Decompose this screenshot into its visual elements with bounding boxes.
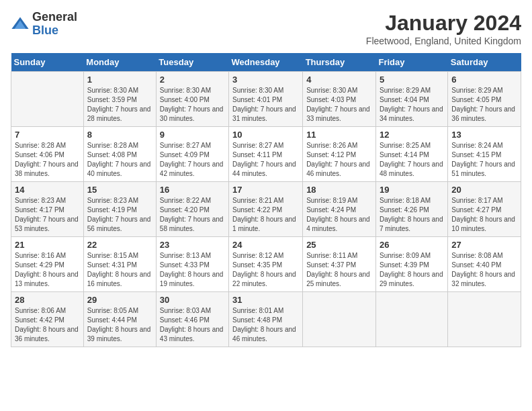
day-number: 22: [87, 240, 152, 250]
day-info: Sunrise: 8:30 AMSunset: 4:01 PMDaylight:…: [232, 86, 299, 124]
day-number: 16: [160, 185, 225, 195]
day-number: 5: [380, 75, 444, 85]
calendar-cell: 21Sunrise: 8:16 AMSunset: 4:29 PMDayligh…: [11, 237, 84, 292]
day-info: Sunrise: 8:27 AMSunset: 4:11 PMDaylight:…: [232, 141, 299, 179]
day-number: 25: [306, 240, 372, 250]
day-number: 15: [87, 185, 152, 195]
day-info: Sunrise: 8:29 AMSunset: 4:05 PMDaylight:…: [451, 86, 517, 124]
calendar-cell: 3Sunrise: 8:30 AMSunset: 4:01 PMDaylight…: [229, 72, 303, 127]
week-row-1: 1Sunrise: 8:30 AMSunset: 3:59 PMDaylight…: [11, 72, 521, 127]
calendar-cell: 30Sunrise: 8:03 AMSunset: 4:46 PMDayligh…: [156, 292, 228, 347]
calendar-cell: [11, 72, 84, 127]
day-info: Sunrise: 8:11 AMSunset: 4:37 PMDaylight:…: [306, 251, 372, 289]
calendar-cell: 27Sunrise: 8:08 AMSunset: 4:40 PMDayligh…: [448, 237, 521, 292]
week-row-4: 21Sunrise: 8:16 AMSunset: 4:29 PMDayligh…: [11, 237, 521, 292]
day-info: Sunrise: 8:29 AMSunset: 4:04 PMDaylight:…: [380, 86, 444, 124]
calendar-cell: 1Sunrise: 8:30 AMSunset: 3:59 PMDaylight…: [83, 72, 156, 127]
day-info: Sunrise: 8:26 AMSunset: 4:12 PMDaylight:…: [306, 141, 372, 179]
day-info: Sunrise: 8:27 AMSunset: 4:09 PMDaylight:…: [160, 141, 225, 179]
day-number: 27: [451, 240, 517, 250]
day-info: Sunrise: 8:30 AMSunset: 4:03 PMDaylight:…: [306, 86, 372, 124]
calendar-cell: [375, 292, 447, 347]
logo-text: General Blue: [32, 11, 77, 38]
calendar-cell: 20Sunrise: 8:17 AMSunset: 4:27 PMDayligh…: [448, 182, 521, 237]
calendar-cell: 23Sunrise: 8:13 AMSunset: 4:33 PMDayligh…: [156, 237, 228, 292]
logo-general: General: [32, 11, 77, 24]
day-number: 7: [15, 130, 80, 140]
day-info: Sunrise: 8:12 AMSunset: 4:35 PMDaylight:…: [232, 251, 299, 289]
header-day-tuesday: Tuesday: [156, 53, 228, 72]
logo-blue: Blue: [32, 24, 77, 38]
day-info: Sunrise: 8:25 AMSunset: 4:14 PMDaylight:…: [380, 141, 444, 179]
day-number: 28: [15, 295, 80, 305]
day-info: Sunrise: 8:01 AMSunset: 4:48 PMDaylight:…: [232, 306, 299, 344]
calendar-cell: 28Sunrise: 8:06 AMSunset: 4:42 PMDayligh…: [11, 292, 84, 347]
day-info: Sunrise: 8:17 AMSunset: 4:27 PMDaylight:…: [451, 196, 517, 234]
calendar-cell: 12Sunrise: 8:25 AMSunset: 4:14 PMDayligh…: [375, 127, 447, 182]
day-number: 21: [15, 240, 80, 250]
calendar-cell: 9Sunrise: 8:27 AMSunset: 4:09 PMDaylight…: [156, 127, 228, 182]
calendar-cell: 16Sunrise: 8:22 AMSunset: 4:20 PMDayligh…: [156, 182, 228, 237]
title-area: January 2024 Fleetwood, England, United …: [366, 11, 521, 46]
day-info: Sunrise: 8:24 AMSunset: 4:15 PMDaylight:…: [451, 141, 517, 179]
day-number: 11: [306, 130, 372, 140]
calendar-cell: 22Sunrise: 8:15 AMSunset: 4:31 PMDayligh…: [83, 237, 156, 292]
day-number: 23: [160, 240, 225, 250]
header-area: General Blue January 2024 Fleetwood, Eng…: [11, 11, 521, 46]
week-row-2: 7Sunrise: 8:28 AMSunset: 4:06 PMDaylight…: [11, 127, 521, 182]
calendar-cell: 13Sunrise: 8:24 AMSunset: 4:15 PMDayligh…: [448, 127, 521, 182]
calendar-subtitle: Fleetwood, England, United Kingdom: [366, 36, 521, 46]
day-number: 8: [87, 130, 152, 140]
calendar-cell: 15Sunrise: 8:23 AMSunset: 4:19 PMDayligh…: [83, 182, 156, 237]
week-row-5: 28Sunrise: 8:06 AMSunset: 4:42 PMDayligh…: [11, 292, 521, 347]
header-day-monday: Monday: [83, 53, 156, 72]
day-number: 10: [232, 130, 299, 140]
day-number: 6: [451, 75, 517, 85]
day-number: 20: [451, 185, 517, 195]
day-info: Sunrise: 8:30 AMSunset: 4:00 PMDaylight:…: [160, 86, 225, 124]
day-number: 13: [451, 130, 517, 140]
day-info: Sunrise: 8:18 AMSunset: 4:26 PMDaylight:…: [380, 196, 444, 234]
day-info: Sunrise: 8:23 AMSunset: 4:19 PMDaylight:…: [87, 196, 152, 234]
calendar-cell: 11Sunrise: 8:26 AMSunset: 4:12 PMDayligh…: [303, 127, 376, 182]
calendar-table: SundayMondayTuesdayWednesdayThursdayFrid…: [11, 53, 521, 347]
calendar-cell: 2Sunrise: 8:30 AMSunset: 4:00 PMDaylight…: [156, 72, 228, 127]
header-day-wednesday: Wednesday: [229, 53, 303, 72]
calendar-cell: [448, 292, 521, 347]
day-info: Sunrise: 8:30 AMSunset: 3:59 PMDaylight:…: [87, 86, 152, 124]
day-number: 29: [87, 295, 152, 305]
day-info: Sunrise: 8:05 AMSunset: 4:44 PMDaylight:…: [87, 306, 152, 344]
day-number: 19: [380, 185, 444, 195]
header-day-thursday: Thursday: [303, 53, 376, 72]
day-info: Sunrise: 8:23 AMSunset: 4:17 PMDaylight:…: [15, 196, 80, 234]
logo-icon: [11, 15, 30, 34]
day-number: 2: [160, 75, 225, 85]
calendar-cell: 7Sunrise: 8:28 AMSunset: 4:06 PMDaylight…: [11, 127, 84, 182]
calendar-cell: 19Sunrise: 8:18 AMSunset: 4:26 PMDayligh…: [375, 182, 447, 237]
day-info: Sunrise: 8:21 AMSunset: 4:22 PMDaylight:…: [232, 196, 299, 234]
day-number: 3: [232, 75, 299, 85]
header-row: SundayMondayTuesdayWednesdayThursdayFrid…: [11, 53, 521, 72]
day-info: Sunrise: 8:19 AMSunset: 4:24 PMDaylight:…: [306, 196, 372, 234]
day-info: Sunrise: 8:06 AMSunset: 4:42 PMDaylight:…: [15, 306, 80, 344]
day-info: Sunrise: 8:22 AMSunset: 4:20 PMDaylight:…: [160, 196, 225, 234]
calendar-cell: 26Sunrise: 8:09 AMSunset: 4:39 PMDayligh…: [375, 237, 447, 292]
header-day-sunday: Sunday: [11, 53, 84, 72]
calendar-cell: 31Sunrise: 8:01 AMSunset: 4:48 PMDayligh…: [229, 292, 303, 347]
calendar-cell: [303, 292, 376, 347]
calendar-cell: 10Sunrise: 8:27 AMSunset: 4:11 PMDayligh…: [229, 127, 303, 182]
day-info: Sunrise: 8:28 AMSunset: 4:08 PMDaylight:…: [87, 141, 152, 179]
week-row-3: 14Sunrise: 8:23 AMSunset: 4:17 PMDayligh…: [11, 182, 521, 237]
header-day-saturday: Saturday: [448, 53, 521, 72]
day-number: 24: [232, 240, 299, 250]
day-info: Sunrise: 8:13 AMSunset: 4:33 PMDaylight:…: [160, 251, 225, 289]
day-number: 26: [380, 240, 444, 250]
day-number: 18: [306, 185, 372, 195]
calendar-cell: 5Sunrise: 8:29 AMSunset: 4:04 PMDaylight…: [375, 72, 447, 127]
day-info: Sunrise: 8:03 AMSunset: 4:46 PMDaylight:…: [160, 306, 225, 344]
calendar-cell: 18Sunrise: 8:19 AMSunset: 4:24 PMDayligh…: [303, 182, 376, 237]
day-number: 17: [232, 185, 299, 195]
calendar-cell: 17Sunrise: 8:21 AMSunset: 4:22 PMDayligh…: [229, 182, 303, 237]
day-number: 31: [232, 295, 299, 305]
day-number: 30: [160, 295, 225, 305]
